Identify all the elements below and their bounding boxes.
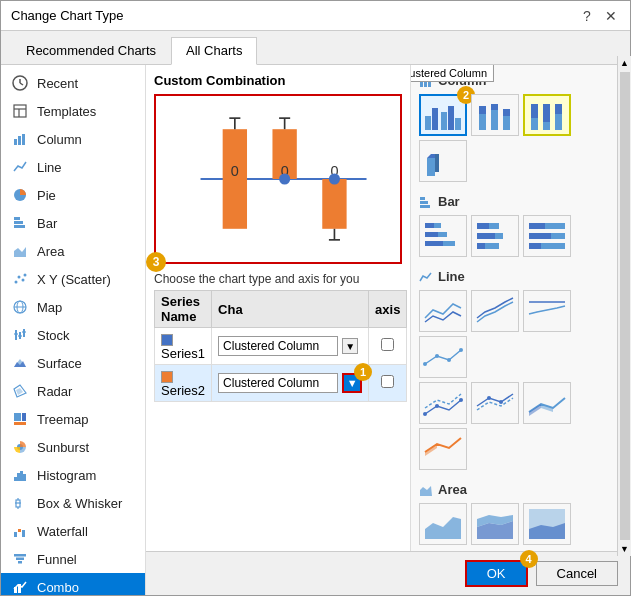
svg-point-15 — [18, 276, 21, 279]
svg-point-66 — [329, 173, 340, 184]
tab-recommended[interactable]: Recommended Charts — [11, 37, 171, 64]
series2-color-dot — [161, 371, 173, 383]
svg-point-16 — [22, 279, 25, 282]
sidebar-item-map[interactable]: Map — [1, 293, 145, 321]
svg-rect-83 — [531, 104, 538, 118]
sidebar-item-treemap[interactable]: Treemap — [1, 405, 145, 433]
svg-rect-88 — [427, 158, 435, 176]
svg-rect-76 — [479, 114, 486, 130]
sidebar-label-area: Area — [37, 244, 64, 259]
sidebar-item-bar[interactable]: Bar — [1, 209, 145, 237]
series1-dropdown-arrow[interactable]: ▼ — [342, 338, 358, 354]
sidebar-label-templates: Templates — [37, 104, 96, 119]
svg-text:0: 0 — [231, 163, 239, 179]
series1-dropdown: Clustered Column ▼ — [218, 336, 362, 356]
svg-marker-30 — [16, 388, 23, 395]
svg-rect-7 — [18, 136, 21, 145]
sidebar-item-box[interactable]: Box & Whisker — [1, 489, 145, 517]
sidebar-label-bar: Bar — [37, 216, 57, 231]
thumb-area[interactable] — [419, 503, 467, 545]
series1-dropdown-btn[interactable]: Clustered Column — [218, 336, 338, 356]
sidebar-item-waterfall[interactable]: Waterfall — [1, 517, 145, 545]
sidebar-item-column[interactable]: Column — [1, 125, 145, 153]
close-button[interactable]: ✕ — [602, 7, 620, 25]
thumb-100-stacked-bar[interactable] — [523, 215, 571, 257]
sidebar-item-combo[interactable]: Combo — [1, 573, 145, 595]
scroll-up-btn[interactable]: ▲ — [618, 65, 631, 70]
svg-marker-13 — [14, 247, 26, 257]
series-row-2: Series2 Clustered Column ▼ 1 — [155, 365, 407, 402]
sidebar-label-histogram: Histogram — [37, 468, 96, 483]
thumb-stacked-column[interactable] — [471, 94, 519, 136]
series2-axis — [369, 365, 407, 402]
sidebar-item-xy[interactable]: X Y (Scatter) — [1, 265, 145, 293]
thumb-100-stacked-line[interactable] — [523, 290, 571, 332]
sidebar-item-surface[interactable]: Surface — [1, 349, 145, 377]
help-button[interactable]: ? — [578, 7, 596, 25]
series2-chart-type: Clustered Column ▼ 1 — [212, 365, 369, 402]
thumb-3d-line[interactable] — [523, 382, 571, 424]
thumb-3d-clustered-column[interactable] — [419, 140, 467, 182]
series1-axis-checkbox[interactable] — [381, 338, 394, 351]
sidebar-item-radar[interactable]: Radar — [1, 377, 145, 405]
thumb-stacked-area[interactable] — [471, 503, 519, 545]
scroll-thumb[interactable] — [620, 72, 630, 540]
stock-chart-icon — [11, 326, 29, 344]
box-chart-icon — [11, 494, 29, 512]
thumb-100-stacked-column[interactable] — [523, 94, 571, 136]
sidebar-label-recent: Recent — [37, 76, 78, 91]
ok-container: OK 4 — [465, 560, 528, 587]
sidebar-item-sunburst[interactable]: Sunburst — [1, 433, 145, 461]
scatter-chart-icon — [11, 270, 29, 288]
sidebar-label-sunburst: Sunburst — [37, 440, 89, 455]
thumb-stacked-line-markers[interactable] — [419, 382, 467, 424]
sidebar-item-stock[interactable]: Stock — [1, 321, 145, 349]
svg-rect-73 — [441, 112, 447, 130]
svg-rect-6 — [14, 139, 17, 145]
sidebar-item-line[interactable]: Line — [1, 153, 145, 181]
thumb-stacked-bar[interactable] — [471, 215, 519, 257]
sidebar-item-histogram[interactable]: Histogram — [1, 461, 145, 489]
dialog-title: Change Chart Type — [11, 8, 124, 23]
series2-dropdown-btn[interactable]: Clustered Column — [218, 373, 338, 393]
area-gallery-row — [419, 503, 622, 545]
svg-rect-78 — [491, 110, 498, 130]
svg-rect-44 — [18, 529, 21, 532]
svg-point-116 — [459, 348, 463, 352]
sidebar-item-templates[interactable]: Templates — [1, 97, 145, 125]
gallery-panel: Column 2 — [410, 65, 630, 551]
thumb-line[interactable] — [419, 290, 467, 332]
ok-button[interactable]: OK — [465, 560, 528, 587]
svg-rect-100 — [477, 223, 489, 229]
svg-point-121 — [499, 400, 503, 404]
main-content: Custom Combination — [146, 65, 630, 595]
sidebar-item-funnel[interactable]: Funnel — [1, 545, 145, 573]
scroll-down-btn[interactable]: ▼ — [618, 542, 631, 551]
svg-rect-81 — [503, 109, 510, 116]
radar-chart-icon — [11, 382, 29, 400]
svg-rect-103 — [495, 233, 503, 239]
thumb-line-markers[interactable] — [419, 336, 467, 378]
sidebar-label-radar: Radar — [37, 384, 72, 399]
thumb-clustered-bar[interactable] — [419, 215, 467, 257]
line-title-text: Line — [438, 269, 465, 284]
thumb-stacked-line[interactable] — [471, 290, 519, 332]
cancel-button[interactable]: Cancel — [536, 561, 618, 586]
treemap-chart-icon — [11, 410, 29, 428]
sidebar-item-pie[interactable]: Pie — [1, 181, 145, 209]
series2-axis-checkbox[interactable] — [381, 375, 394, 388]
series1-color-dot — [161, 334, 173, 346]
svg-rect-62 — [322, 179, 346, 229]
title-bar-buttons: ? ✕ — [578, 7, 620, 25]
sidebar-label-combo: Combo — [37, 580, 79, 595]
thumb-3d-line-2[interactable] — [419, 428, 467, 470]
thumb-100-stacked-area[interactable] — [523, 503, 571, 545]
svg-point-117 — [423, 412, 427, 416]
thumb-100-stacked-line-markers[interactable] — [471, 382, 519, 424]
tab-all-charts[interactable]: All Charts — [171, 37, 257, 65]
gallery-scrollbar[interactable]: ▲ ▼ — [617, 65, 630, 551]
sidebar-item-recent[interactable]: Recent — [1, 69, 145, 97]
series2-name: Series2 — [155, 365, 212, 402]
svg-rect-10 — [14, 217, 20, 220]
sidebar-item-area[interactable]: Area — [1, 237, 145, 265]
